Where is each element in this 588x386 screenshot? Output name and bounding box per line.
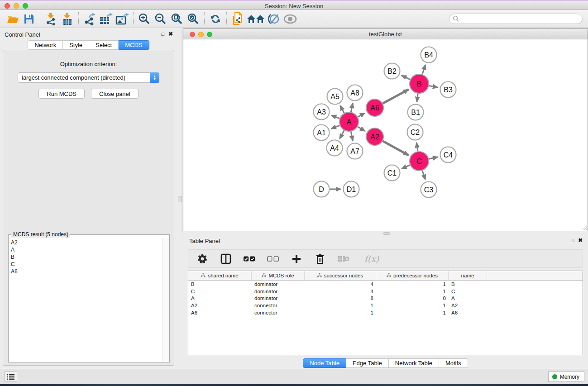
edge-C-C1[interactable] <box>402 165 410 169</box>
result-item[interactable]: A <box>11 246 163 253</box>
save-session-icon[interactable] <box>21 11 37 27</box>
import-table-icon[interactable] <box>59 11 76 27</box>
function-builder-icon[interactable]: f(x) <box>361 252 382 266</box>
node-table[interactable]: shared nameMCDS rolesuccessor nodesprede… <box>188 271 583 355</box>
refresh-layout-icon[interactable] <box>207 11 224 27</box>
network-window-titlebar[interactable]: testGlobe.txt <box>183 29 588 39</box>
duplicate-network-icon[interactable] <box>229 11 246 27</box>
edge-B-B3[interactable] <box>429 86 438 87</box>
edge-A-A8[interactable] <box>351 103 353 112</box>
result-item[interactable]: B <box>11 253 163 261</box>
search-input[interactable] <box>449 14 583 24</box>
node-B4[interactable]: B4 <box>421 47 437 63</box>
export-network-icon[interactable] <box>81 11 98 27</box>
memory-button[interactable]: Memory <box>548 372 584 382</box>
edge-B-B2[interactable] <box>402 76 410 80</box>
run-mcds-button[interactable]: Run MCDS <box>38 89 85 99</box>
import-network-icon[interactable] <box>43 11 59 27</box>
table-row[interactable]: Cdominator41C <box>188 288 583 295</box>
show-columns-icon[interactable] <box>220 252 232 266</box>
tab-style[interactable]: Style <box>63 40 89 50</box>
edge-B-B4[interactable] <box>422 65 425 74</box>
table-tab-node-table[interactable]: Node Table <box>303 358 346 368</box>
node-A2[interactable]: A2 <box>366 128 383 145</box>
node-C4[interactable]: C4 <box>440 147 456 163</box>
mcds-result-list[interactable]: A2ABCA6 <box>9 238 163 362</box>
table-tab-motifs[interactable]: Motifs <box>439 358 468 368</box>
node-A[interactable]: A <box>339 112 359 131</box>
node-B3[interactable]: B3 <box>440 82 456 98</box>
table-row[interactable]: A2connector11A2 <box>188 302 583 309</box>
result-item[interactable]: C <box>11 261 163 268</box>
edge-A-A2[interactable] <box>358 127 365 131</box>
node-C2[interactable]: C2 <box>407 124 423 140</box>
node-A6[interactable]: A6 <box>366 99 383 116</box>
close-panel-button[interactable]: Close panel <box>91 89 139 99</box>
delete-columns-trash-icon[interactable] <box>314 252 326 266</box>
zoom-selected-icon[interactable] <box>185 11 201 27</box>
edge-A-A4[interactable] <box>339 130 344 138</box>
node-B1[interactable]: B1 <box>408 105 424 120</box>
edge-A-A5[interactable] <box>340 106 344 113</box>
hide-details-icon[interactable] <box>266 11 282 27</box>
node-A1[interactable]: A1 <box>314 125 330 141</box>
float-table-panel-icon[interactable]: □ <box>571 238 574 243</box>
node-B2[interactable]: B2 <box>384 63 400 79</box>
zoom-fit-icon[interactable] <box>169 11 185 27</box>
float-panel-icon[interactable]: □ <box>161 31 164 37</box>
task-history-button[interactable] <box>5 372 17 382</box>
show-eye-icon[interactable] <box>282 11 298 27</box>
export-image-icon[interactable] <box>114 11 130 27</box>
vertical-splitter[interactable] <box>177 29 183 369</box>
delete-table-icon[interactable] <box>338 252 349 266</box>
edge-A-A7[interactable] <box>351 132 353 141</box>
edge-A6-B[interactable] <box>383 90 409 104</box>
node-A4[interactable]: A4 <box>327 140 343 156</box>
table-row[interactable]: Adominator80A <box>188 295 583 302</box>
export-table-icon[interactable] <box>98 11 114 27</box>
table-options-gear-icon[interactable] <box>196 252 208 266</box>
node-A7[interactable]: A7 <box>347 143 363 159</box>
splitter-grip[interactable] <box>383 232 390 235</box>
edge-A2-C[interactable] <box>383 141 409 155</box>
node-C3[interactable]: C3 <box>421 182 437 198</box>
node-D1[interactable]: D1 <box>344 181 359 197</box>
network-canvas[interactable]: ABCA6A2A5A8A3A1A4A7B1B2B3B4C1C2C3C4DD1 <box>183 40 588 231</box>
node-C1[interactable]: C1 <box>384 165 400 181</box>
edge-A-A1[interactable] <box>331 125 340 129</box>
close-panel-icon[interactable]: ✖ <box>168 31 173 37</box>
home-layout-icon[interactable] <box>246 11 266 27</box>
table-tab-network-table[interactable]: Network Table <box>389 358 439 368</box>
column-header-successor-nodes[interactable]: successor nodes <box>305 271 376 280</box>
horizontal-splitter[interactable] <box>183 231 588 235</box>
add-column-icon[interactable] <box>291 252 302 266</box>
tab-select[interactable]: Select <box>89 40 119 50</box>
zoom-in-icon[interactable] <box>136 11 153 27</box>
splitter-grip[interactable] <box>178 196 182 202</box>
table-row[interactable]: Bdominator41B <box>188 281 583 288</box>
criterion-select[interactable]: largest connected component (directed) ▲… <box>18 72 159 83</box>
column-header-shared-name[interactable]: shared name <box>188 271 252 280</box>
column-header-MCDS-role[interactable]: MCDS role <box>252 271 305 280</box>
node-D[interactable]: D <box>314 181 330 197</box>
table-tab-edge-table[interactable]: Edge Table <box>346 358 389 368</box>
unselect-all-columns-icon[interactable] <box>267 252 279 266</box>
node-A5[interactable]: A5 <box>327 89 343 105</box>
edge-C-C3[interactable] <box>422 171 425 180</box>
edge-A-A6[interactable] <box>358 113 365 117</box>
column-header-name[interactable]: name <box>449 271 487 280</box>
node-A3[interactable]: A3 <box>314 104 330 120</box>
close-table-panel-icon[interactable]: ✖ <box>578 237 583 243</box>
edge-A-A3[interactable] <box>331 115 339 119</box>
node-B[interactable]: B <box>410 74 429 93</box>
open-session-icon[interactable] <box>5 11 21 27</box>
node-C[interactable]: C <box>410 152 429 171</box>
column-header-predecessor-nodes[interactable]: predecessor nodes <box>376 271 449 280</box>
edge-C-C4[interactable] <box>429 157 438 159</box>
window-resize-grip[interactable] <box>581 224 587 230</box>
select-all-columns-icon[interactable] <box>244 252 255 266</box>
edge-B-B1[interactable] <box>417 94 418 102</box>
result-item[interactable]: A6 <box>11 268 163 275</box>
result-item[interactable]: A2 <box>11 239 163 246</box>
table-row[interactable]: A6connector11A6 <box>188 309 583 316</box>
